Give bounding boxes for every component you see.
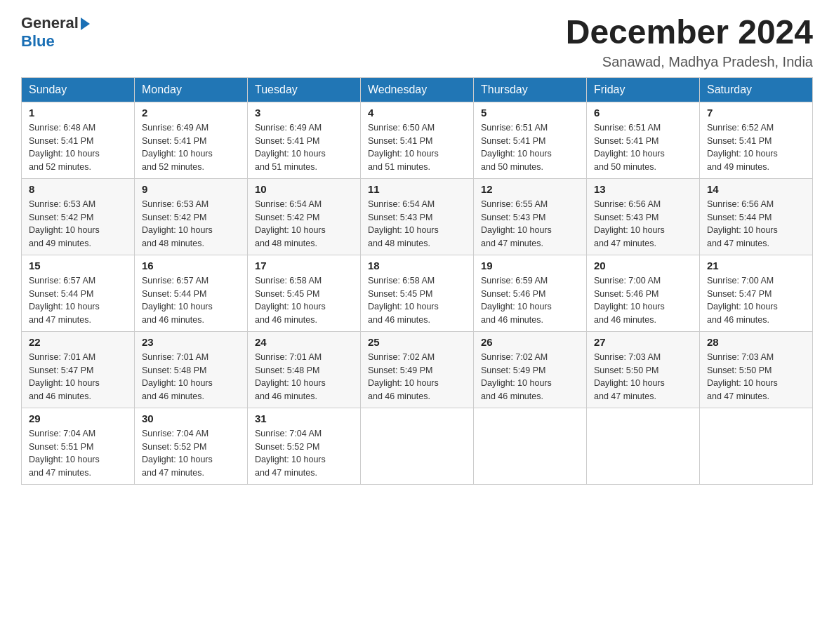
table-row: 19 Sunrise: 6:59 AM Sunset: 5:46 PM Dayl… (474, 255, 587, 331)
day-info: Sunrise: 7:04 AM Sunset: 5:52 PM Dayligh… (255, 427, 353, 480)
day-info: Sunrise: 6:54 AM Sunset: 5:42 PM Dayligh… (255, 198, 353, 250)
logo-arrow-icon (81, 18, 90, 30)
day-number: 31 (255, 412, 353, 424)
table-row: 21 Sunrise: 7:00 AM Sunset: 5:47 PM Dayl… (700, 255, 813, 331)
day-number: 27 (594, 336, 692, 348)
day-number: 23 (142, 336, 240, 348)
table-row: 30 Sunrise: 7:04 AM Sunset: 5:52 PM Dayl… (135, 408, 248, 484)
day-number: 5 (481, 107, 579, 119)
day-info: Sunrise: 7:02 AM Sunset: 5:49 PM Dayligh… (368, 351, 466, 403)
col-tuesday: Tuesday (248, 77, 361, 102)
calendar-week-row: 22 Sunrise: 7:01 AM Sunset: 5:47 PM Dayl… (22, 331, 813, 408)
day-info: Sunrise: 6:49 AM Sunset: 5:41 PM Dayligh… (255, 121, 353, 174)
day-info: Sunrise: 6:58 AM Sunset: 5:45 PM Dayligh… (368, 274, 466, 327)
location-title: Sanawad, Madhya Pradesh, India (566, 54, 813, 70)
day-number: 28 (707, 336, 805, 348)
table-row (361, 408, 474, 484)
table-row: 25 Sunrise: 7:02 AM Sunset: 5:49 PM Dayl… (361, 331, 474, 408)
day-info: Sunrise: 7:03 AM Sunset: 5:50 PM Dayligh… (594, 351, 692, 403)
day-info: Sunrise: 6:49 AM Sunset: 5:41 PM Dayligh… (142, 121, 240, 174)
col-thursday: Thursday (474, 77, 587, 102)
day-number: 13 (594, 183, 692, 195)
col-sunday: Sunday (22, 77, 135, 102)
day-number: 2 (142, 107, 240, 119)
day-info: Sunrise: 6:55 AM Sunset: 5:43 PM Dayligh… (481, 198, 579, 250)
day-number: 21 (707, 260, 805, 271)
day-number: 4 (368, 107, 466, 119)
day-info: Sunrise: 6:48 AM Sunset: 5:41 PM Dayligh… (29, 121, 127, 174)
day-info: Sunrise: 6:51 AM Sunset: 5:41 PM Dayligh… (481, 121, 579, 174)
day-info: Sunrise: 6:56 AM Sunset: 5:44 PM Dayligh… (707, 198, 805, 250)
col-friday: Friday (587, 77, 700, 102)
day-number: 8 (29, 183, 127, 195)
table-row: 3 Sunrise: 6:49 AM Sunset: 5:41 PM Dayli… (248, 102, 361, 178)
table-row: 29 Sunrise: 7:04 AM Sunset: 5:51 PM Dayl… (22, 408, 135, 484)
day-number: 9 (142, 183, 240, 195)
table-row: 11 Sunrise: 6:54 AM Sunset: 5:43 PM Dayl… (361, 178, 474, 255)
table-row: 8 Sunrise: 6:53 AM Sunset: 5:42 PM Dayli… (22, 178, 135, 255)
day-number: 11 (368, 183, 466, 195)
table-row: 9 Sunrise: 6:53 AM Sunset: 5:42 PM Dayli… (135, 178, 248, 255)
table-row: 7 Sunrise: 6:52 AM Sunset: 5:41 PM Dayli… (700, 102, 813, 178)
table-row: 4 Sunrise: 6:50 AM Sunset: 5:41 PM Dayli… (361, 102, 474, 178)
day-number: 26 (481, 336, 579, 348)
table-row: 28 Sunrise: 7:03 AM Sunset: 5:50 PM Dayl… (700, 331, 813, 408)
day-number: 12 (481, 183, 579, 195)
table-row: 27 Sunrise: 7:03 AM Sunset: 5:50 PM Dayl… (587, 331, 700, 408)
title-block: December 2024 Sanawad, Madhya Pradesh, I… (566, 14, 813, 70)
day-number: 7 (707, 107, 805, 119)
table-row: 1 Sunrise: 6:48 AM Sunset: 5:41 PM Dayli… (22, 102, 135, 178)
logo-general-text: General (21, 14, 79, 32)
table-row: 23 Sunrise: 7:01 AM Sunset: 5:48 PM Dayl… (135, 331, 248, 408)
day-info: Sunrise: 7:00 AM Sunset: 5:47 PM Dayligh… (707, 274, 805, 327)
day-info: Sunrise: 6:52 AM Sunset: 5:41 PM Dayligh… (707, 121, 805, 174)
table-row: 24 Sunrise: 7:01 AM Sunset: 5:48 PM Dayl… (248, 331, 361, 408)
day-number: 30 (142, 412, 240, 424)
table-row: 17 Sunrise: 6:58 AM Sunset: 5:45 PM Dayl… (248, 255, 361, 331)
day-info: Sunrise: 6:53 AM Sunset: 5:42 PM Dayligh… (29, 198, 127, 250)
day-info: Sunrise: 6:57 AM Sunset: 5:44 PM Dayligh… (142, 274, 240, 327)
day-number: 3 (255, 107, 353, 119)
day-number: 14 (707, 183, 805, 195)
day-info: Sunrise: 7:04 AM Sunset: 5:52 PM Dayligh… (142, 427, 240, 480)
day-info: Sunrise: 6:51 AM Sunset: 5:41 PM Dayligh… (594, 121, 692, 174)
col-wednesday: Wednesday (361, 77, 474, 102)
col-saturday: Saturday (700, 77, 813, 102)
table-row: 6 Sunrise: 6:51 AM Sunset: 5:41 PM Dayli… (587, 102, 700, 178)
day-number: 17 (255, 260, 353, 271)
calendar-week-row: 29 Sunrise: 7:04 AM Sunset: 5:51 PM Dayl… (22, 408, 813, 484)
table-row: 22 Sunrise: 7:01 AM Sunset: 5:47 PM Dayl… (22, 331, 135, 408)
table-row: 5 Sunrise: 6:51 AM Sunset: 5:41 PM Dayli… (474, 102, 587, 178)
table-row (474, 408, 587, 484)
day-info: Sunrise: 6:50 AM Sunset: 5:41 PM Dayligh… (368, 121, 466, 174)
calendar-table: Sunday Monday Tuesday Wednesday Thursday… (21, 77, 813, 485)
day-number: 25 (368, 336, 466, 348)
table-row: 20 Sunrise: 7:00 AM Sunset: 5:46 PM Dayl… (587, 255, 700, 331)
day-info: Sunrise: 6:57 AM Sunset: 5:44 PM Dayligh… (29, 274, 127, 327)
table-row: 26 Sunrise: 7:02 AM Sunset: 5:49 PM Dayl… (474, 331, 587, 408)
logo-blue-text: Blue (21, 32, 55, 51)
day-number: 19 (481, 260, 579, 271)
table-row: 10 Sunrise: 6:54 AM Sunset: 5:42 PM Dayl… (248, 178, 361, 255)
month-title: December 2024 (566, 14, 813, 51)
table-row (700, 408, 813, 484)
table-row (587, 408, 700, 484)
day-number: 6 (594, 107, 692, 119)
day-info: Sunrise: 6:53 AM Sunset: 5:42 PM Dayligh… (142, 198, 240, 250)
calendar-header-row: Sunday Monday Tuesday Wednesday Thursday… (22, 77, 813, 102)
day-number: 10 (255, 183, 353, 195)
day-number: 20 (594, 260, 692, 271)
day-number: 22 (29, 336, 127, 348)
day-info: Sunrise: 6:59 AM Sunset: 5:46 PM Dayligh… (481, 274, 579, 327)
day-info: Sunrise: 7:01 AM Sunset: 5:48 PM Dayligh… (255, 351, 353, 403)
day-info: Sunrise: 6:56 AM Sunset: 5:43 PM Dayligh… (594, 198, 692, 250)
day-info: Sunrise: 6:58 AM Sunset: 5:45 PM Dayligh… (255, 274, 353, 327)
table-row: 13 Sunrise: 6:56 AM Sunset: 5:43 PM Dayl… (587, 178, 700, 255)
day-number: 18 (368, 260, 466, 271)
day-info: Sunrise: 7:01 AM Sunset: 5:48 PM Dayligh… (142, 351, 240, 403)
day-info: Sunrise: 7:00 AM Sunset: 5:46 PM Dayligh… (594, 274, 692, 327)
day-info: Sunrise: 7:01 AM Sunset: 5:47 PM Dayligh… (29, 351, 127, 403)
logo: General Blue (21, 14, 90, 51)
day-number: 1 (29, 107, 127, 119)
table-row: 15 Sunrise: 6:57 AM Sunset: 5:44 PM Dayl… (22, 255, 135, 331)
